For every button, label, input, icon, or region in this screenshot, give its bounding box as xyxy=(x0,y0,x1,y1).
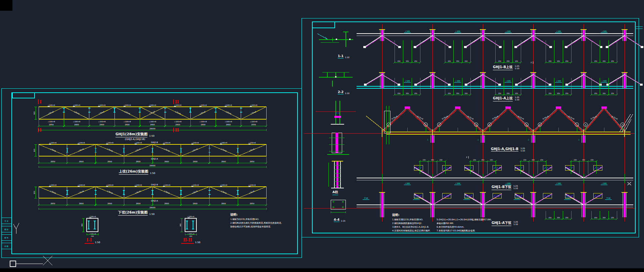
dim-text: 2800 xyxy=(175,124,180,126)
dim-text: 3 xyxy=(475,124,477,126)
dim-text: ⊥100 xyxy=(556,30,561,32)
dim-text: L75×6 xyxy=(48,110,54,115)
dim-text: ++ xyxy=(335,111,340,115)
dim-text: ⊥100×6 xyxy=(248,184,256,186)
dim-text: 2800 xyxy=(107,202,112,205)
dim-text: 2800 xyxy=(221,161,226,163)
detail-4-4-scale: 1:15 xyxy=(341,220,345,222)
dim-text: 150 xyxy=(515,60,518,62)
bottom-bar xyxy=(0,268,644,272)
dim-text: L75×6 xyxy=(78,190,84,194)
dim-text: ⊥100 xyxy=(455,80,460,82)
section-marker-II-top: II xyxy=(173,99,179,104)
dim-text: ⊥ xyxy=(527,138,529,141)
strip3-scale1: 1:25 xyxy=(520,147,525,149)
dim-text: L75×6 xyxy=(192,190,198,194)
dim-text: ⊥100×6 xyxy=(225,104,232,106)
detail-II-II-scale: 1:50 xyxy=(195,241,200,244)
section-detail-II-II: ⊥100×6⊥100×8900200 xyxy=(180,216,196,237)
dim-text: 150 xyxy=(548,93,551,94)
dim-text: 7 xyxy=(439,124,440,126)
cad-canvas: 专 业图 别图 号日 期⊥100×6L75×6⊥100×6L75×6⊥100×6… xyxy=(0,0,644,272)
dim-text: ⊥100×6 xyxy=(98,104,105,106)
dim-text: 350 xyxy=(406,93,409,94)
dim-text: ⊥100 xyxy=(405,80,410,82)
dim-text: 150 xyxy=(594,60,597,62)
dim-text: 2800 xyxy=(164,202,169,205)
dim-text: L75×6 xyxy=(149,110,155,115)
dim-text: 150 xyxy=(490,159,493,161)
dim-text: ⊥100×8 xyxy=(187,233,194,235)
note-line: 单榀自重约0.98t. xyxy=(436,222,492,225)
note-line: 除锈合格后方可涂刷,现场焊缝处补漆两道. xyxy=(230,225,296,229)
dim-text: ⊥100 xyxy=(601,182,607,184)
note-line: 2.钢结构表面先刷红丹防锈漆两道,再刷灰色面漆两道, xyxy=(230,221,296,225)
dim-text: ⊥100×8 xyxy=(149,121,156,123)
dim-text: ⊥100×6 xyxy=(199,104,207,106)
dim-text: 350 xyxy=(602,60,605,62)
dim-text: ⊥100×6 xyxy=(49,184,56,186)
strip2-title-text: GHJ1-A上弦 xyxy=(493,96,513,101)
detail-I-I-scale: 1:50 xyxy=(95,241,100,244)
left-titleblock: 专 业图 别图 号日 期 xyxy=(1,218,12,249)
dim-text: L75×6 xyxy=(200,110,206,115)
right-sheet-detail-column: ++ xyxy=(316,32,356,213)
dim-text: 2800 xyxy=(193,202,197,205)
dim-text: 350 xyxy=(557,60,560,62)
dim-text: 900 xyxy=(33,191,35,194)
dim-text: 2850 xyxy=(250,161,255,163)
dim-text: ⊥100×8 xyxy=(124,121,131,123)
dim-text: 2800 xyxy=(226,124,231,126)
dim-text: 图 号 xyxy=(4,237,8,239)
dim-text: ⊥100×6 xyxy=(191,184,199,186)
detail-2-2-scale: 1:10 xyxy=(345,92,349,94)
dim-text: L75×6 xyxy=(226,110,232,115)
dim-text: ⊥100 xyxy=(601,80,607,82)
dim-text: ⊥100×8 xyxy=(98,121,105,123)
section-marker-II-bottom: II xyxy=(173,128,179,132)
dim-text: 2800 xyxy=(79,161,84,163)
screen-corner-mask xyxy=(0,0,12,11)
dim-text: 2850 xyxy=(50,202,55,205)
detail-1-1-label: 1-1 1:10 xyxy=(338,54,350,58)
dim-text: 2800 xyxy=(136,202,141,205)
dim-text: 28000 xyxy=(149,128,155,130)
dim-text: GHJ2-B xyxy=(151,183,158,186)
detail-A-column-text: A柱 xyxy=(332,190,338,195)
detail-II-II-text: II-II xyxy=(181,237,194,244)
dim-text: ⊥100×8 xyxy=(48,121,55,123)
dim-text: 2800 xyxy=(99,124,104,126)
dim-text: L75×6 xyxy=(107,148,113,152)
dim-text: ⊥100×6 xyxy=(163,142,170,144)
dim-text: 6 xyxy=(539,124,541,126)
truss-ghj1-elevation: ⊥100×6L75×6⊥100×6L75×6⊥100×6L75×6⊥100×6L… xyxy=(33,104,267,131)
dim-text: L75×6 xyxy=(107,190,113,194)
dim-text: ⊥100 xyxy=(601,30,607,32)
grid-lines: 22 xyxy=(382,24,625,222)
dim-text: ⊥100×6 xyxy=(163,184,170,186)
truss2-title: 上弦(26m)安装图 1:50 xyxy=(119,169,155,175)
dim-text: 2800 xyxy=(150,124,155,126)
strip1-scale2: 1:10 xyxy=(515,67,519,70)
dim-text: 150 xyxy=(397,60,400,62)
dim-text: 150 xyxy=(523,159,526,161)
note-line: 1.钢材为Q235,焊条采用E43. xyxy=(230,218,296,221)
dim-text: 350 xyxy=(557,217,560,219)
sheet-borders xyxy=(1,18,639,258)
truss1-title-scale: 1:50 xyxy=(149,135,154,137)
dim-text: GHJ2-A xyxy=(151,157,158,160)
dim-text: L75×6 xyxy=(98,110,104,115)
dim-text: 350 xyxy=(456,93,459,94)
dim-text: ⊥100×6 xyxy=(49,142,56,144)
detail-2-2-text: 2-2 xyxy=(338,90,343,94)
detail-I-I-text: I-I xyxy=(85,237,94,244)
dim-text: 150 xyxy=(515,93,518,94)
dim-text: 4 xyxy=(425,124,426,126)
dim-text: 150 xyxy=(397,93,400,94)
dim-text: 2850 xyxy=(251,124,256,126)
dim-text: 150 xyxy=(473,159,476,161)
left-sheet-notes: 说明: 1.钢材为Q235,焊条采用E43.2.钢结构表面先刷红丹防锈漆两道,再… xyxy=(230,213,296,229)
dim-text: 350 xyxy=(582,159,585,161)
dim-text: ⊥100×6 xyxy=(187,216,194,218)
dim-text: L75×6 xyxy=(164,190,170,194)
